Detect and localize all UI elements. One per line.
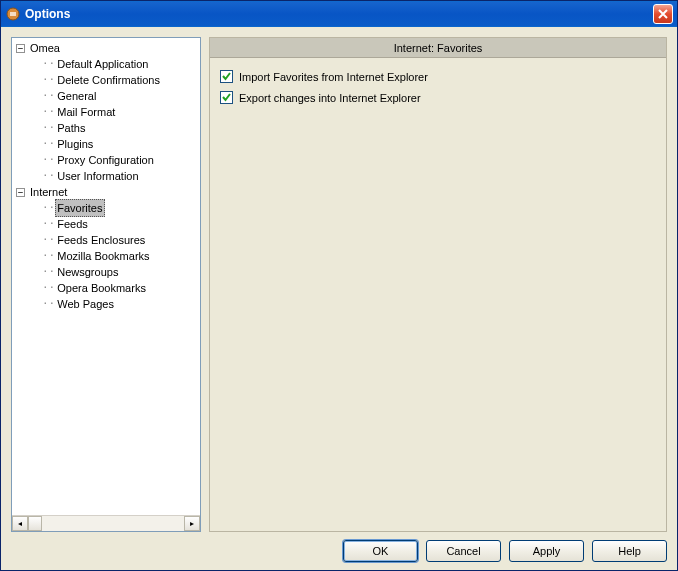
tree-connector: ·· — [42, 200, 55, 216]
options-tree[interactable]: − Omea ·· Default Application ·· Delete … — [12, 38, 200, 515]
tree-label: Delete Confirmations — [55, 72, 162, 88]
svg-rect-1 — [10, 12, 16, 16]
tree-connector: ·· — [42, 136, 55, 152]
tree-node-internet[interactable]: − Internet — [12, 184, 200, 200]
tree-label: Feeds Enclosures — [55, 232, 147, 248]
tree-node-user-information[interactable]: ·· User Information — [12, 168, 200, 184]
tree-node-paths[interactable]: ·· Paths — [12, 120, 200, 136]
titlebar: Options — [1, 1, 677, 27]
tree-node-default-application[interactable]: ·· Default Application — [12, 56, 200, 72]
tree-connector: ·· — [42, 296, 55, 312]
scroll-track[interactable] — [28, 516, 184, 531]
tree-connector: ·· — [42, 152, 55, 168]
tree-connector: ·· — [42, 56, 55, 72]
tree-connector: ·· — [42, 88, 55, 104]
check-row-export: Export changes into Internet Explorer — [220, 91, 656, 104]
scroll-left-button[interactable]: ◂ — [12, 516, 28, 531]
tree-label: Plugins — [55, 136, 95, 152]
tree-label: Mozilla Bookmarks — [55, 248, 151, 264]
app-icon — [5, 6, 21, 22]
ok-button[interactable]: OK — [343, 540, 418, 562]
scroll-right-button[interactable]: ▸ — [184, 516, 200, 531]
tree-connector: ·· — [42, 280, 55, 296]
tree-node-general[interactable]: ·· General — [12, 88, 200, 104]
close-button[interactable] — [653, 4, 673, 24]
tree-connector: ·· — [42, 216, 55, 232]
main-panel: Internet: Favorites Import Favorites fro… — [209, 37, 667, 532]
import-favorites-label: Import Favorites from Internet Explorer — [239, 71, 428, 83]
tree-node-mozilla-bookmarks[interactable]: ·· Mozilla Bookmarks — [12, 248, 200, 264]
tree-label: Internet — [28, 184, 69, 200]
tree-node-plugins[interactable]: ·· Plugins — [12, 136, 200, 152]
tree-node-mail-format[interactable]: ·· Mail Format — [12, 104, 200, 120]
tree-label: Default Application — [55, 56, 150, 72]
import-favorites-checkbox[interactable] — [220, 70, 233, 83]
tree-node-feeds[interactable]: ·· Feeds — [12, 216, 200, 232]
tree-connector: ·· — [42, 264, 55, 280]
check-row-import: Import Favorites from Internet Explorer — [220, 70, 656, 83]
tree-label: Paths — [55, 120, 87, 136]
export-changes-checkbox[interactable] — [220, 91, 233, 104]
tree-node-omea[interactable]: − Omea — [12, 40, 200, 56]
dialog-button-row: OK Cancel Apply Help — [11, 532, 667, 562]
tree-node-feeds-enclosures[interactable]: ·· Feeds Enclosures — [12, 232, 200, 248]
tree-node-opera-bookmarks[interactable]: ·· Opera Bookmarks — [12, 280, 200, 296]
scroll-thumb[interactable] — [28, 516, 42, 531]
tree-label: Web Pages — [55, 296, 116, 312]
tree-label: User Information — [55, 168, 140, 184]
tree-label: Feeds — [55, 216, 90, 232]
tree-node-newsgroups[interactable]: ·· Newsgroups — [12, 264, 200, 280]
tree-node-web-pages[interactable]: ·· Web Pages — [12, 296, 200, 312]
apply-button[interactable]: Apply — [509, 540, 584, 562]
tree-label: Newsgroups — [55, 264, 120, 280]
panel-header: Internet: Favorites — [210, 38, 666, 58]
export-changes-label: Export changes into Internet Explorer — [239, 92, 421, 104]
tree-connector: ·· — [42, 104, 55, 120]
window-title: Options — [25, 7, 653, 21]
tree-label: Opera Bookmarks — [55, 280, 148, 296]
tree-connector: ·· — [42, 232, 55, 248]
tree-horizontal-scrollbar[interactable]: ◂ ▸ — [12, 515, 200, 531]
tree-node-proxy-configuration[interactable]: ·· Proxy Configuration — [12, 152, 200, 168]
collapse-icon[interactable]: − — [16, 188, 25, 197]
tree-label: Proxy Configuration — [55, 152, 156, 168]
tree-label: Favorites — [55, 199, 104, 217]
tree-node-favorites[interactable]: ·· Favorites — [12, 200, 200, 216]
tree-label: General — [55, 88, 98, 104]
tree-connector: ·· — [42, 248, 55, 264]
cancel-button[interactable]: Cancel — [426, 540, 501, 562]
tree-label: Omea — [28, 40, 62, 56]
tree-label: Mail Format — [55, 104, 117, 120]
tree-connector: ·· — [42, 120, 55, 136]
tree-node-delete-confirmations[interactable]: ·· Delete Confirmations — [12, 72, 200, 88]
tree-connector: ·· — [42, 168, 55, 184]
collapse-icon[interactable]: − — [16, 44, 25, 53]
tree-panel: − Omea ·· Default Application ·· Delete … — [11, 37, 201, 532]
help-button[interactable]: Help — [592, 540, 667, 562]
tree-connector: ·· — [42, 72, 55, 88]
